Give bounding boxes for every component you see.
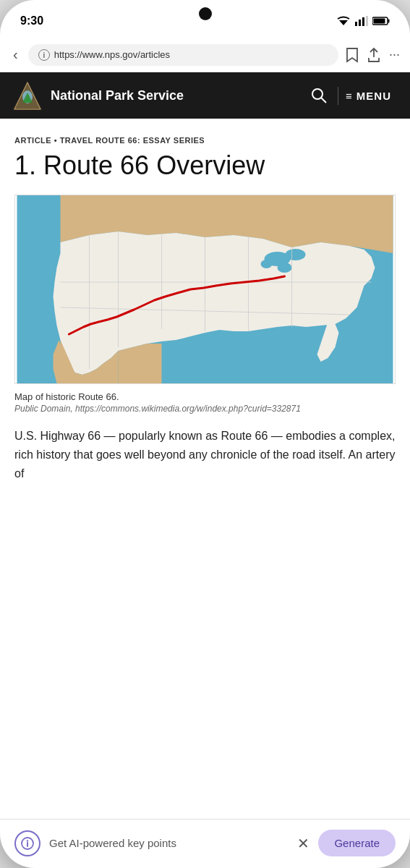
svg-line-14 xyxy=(321,98,326,103)
article-body-text: U.S. Highway 66 — popularly known as Rou… xyxy=(14,427,396,482)
map-caption: Map of historic Route 66. xyxy=(14,391,396,402)
svg-rect-2 xyxy=(359,20,361,26)
signal-icon xyxy=(355,16,368,26)
svg-point-30 xyxy=(27,840,28,841)
generate-button[interactable]: Generate xyxy=(318,830,396,856)
url-info-icon: i xyxy=(38,49,50,61)
svg-rect-3 xyxy=(362,17,364,26)
back-button[interactable]: ‹ xyxy=(10,43,21,66)
phone-frame: 9:30 ‹ i https: xyxy=(0,0,410,868)
nps-header: National Park Service ≡ MENU xyxy=(0,72,410,119)
url-text: https://www.nps.gov/articles xyxy=(54,49,328,60)
share-icon[interactable] xyxy=(367,47,380,63)
battery-icon xyxy=(372,17,390,25)
close-icon[interactable]: ✕ xyxy=(297,835,309,852)
content-area: ARTICLE • TRAVEL ROUTE 66: ESSAY SERIES … xyxy=(0,119,410,819)
svg-point-18 xyxy=(278,263,292,273)
ai-info-icon[interactable] xyxy=(14,830,40,856)
bottom-bar: Get AI-powered key points ✕ Generate xyxy=(0,819,410,868)
svg-point-19 xyxy=(261,260,273,268)
article-category: ARTICLE • TRAVEL ROUTE 66: ESSAY SERIES xyxy=(14,136,396,145)
svg-rect-4 xyxy=(366,16,368,26)
status-icons xyxy=(336,16,390,26)
svg-marker-0 xyxy=(339,20,348,25)
camera-notch xyxy=(199,7,212,20)
ai-label: Get AI-powered key points xyxy=(40,837,297,849)
nps-menu-button[interactable]: ≡ MENU xyxy=(338,87,398,105)
bookmark-icon[interactable] xyxy=(346,47,359,63)
svg-rect-6 xyxy=(388,20,390,23)
nps-header-title: National Park Service xyxy=(51,88,303,103)
status-time: 9:30 xyxy=(20,14,43,27)
svg-point-13 xyxy=(312,89,323,99)
wifi-icon xyxy=(336,16,351,26)
svg-rect-1 xyxy=(355,22,357,26)
url-bar[interactable]: i https://www.nps.gov/articles xyxy=(28,44,338,66)
browser-bar: ‹ i https://www.nps.gov/articles ··· xyxy=(0,38,410,72)
map-attribution: Public Domain, https://commons.wikimedia… xyxy=(14,404,396,414)
article-title: 1. Route 66 Overview xyxy=(14,150,396,180)
header-search-icon[interactable] xyxy=(310,87,328,104)
route66-map-svg xyxy=(15,195,395,383)
svg-point-17 xyxy=(286,249,306,260)
svg-rect-7 xyxy=(374,19,385,24)
browser-actions: ··· xyxy=(346,47,400,63)
more-icon[interactable]: ··· xyxy=(389,47,400,62)
nps-logo xyxy=(12,80,43,111)
map-image xyxy=(14,195,396,384)
